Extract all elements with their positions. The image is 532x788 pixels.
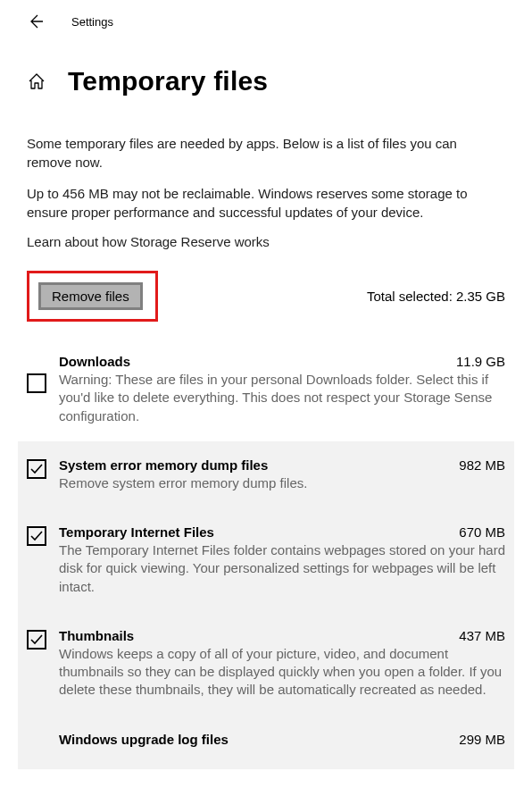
item-size: 437 MB: [459, 628, 505, 643]
list-item: System error memory dump files 982 MB Re…: [18, 441, 514, 508]
item-title: System error memory dump files: [59, 457, 268, 473]
checkbox-temp-internet[interactable]: [27, 526, 46, 546]
item-desc: Windows keeps a copy of all of your pict…: [59, 645, 505, 700]
item-size: 11.9 GB: [456, 354, 505, 369]
title-row: Temporary files: [0, 39, 532, 114]
checkbox-thumbnails[interactable]: [27, 630, 46, 650]
list-item: Thumbnails 437 MB Windows keeps a copy o…: [18, 612, 514, 716]
total-selected-label: Total selected: 2.35 GB: [367, 289, 505, 304]
checkbox-downloads[interactable]: [27, 373, 46, 393]
item-size: 982 MB: [459, 457, 505, 473]
action-row: Remove files Total selected: 2.35 GB: [27, 271, 505, 322]
checkbox-system-error[interactable]: [27, 459, 46, 479]
item-title: Thumbnails: [59, 628, 134, 643]
page-title: Temporary files: [68, 66, 268, 96]
item-desc: Remove system error memory dump files.: [59, 474, 505, 492]
item-size: 299 MB: [459, 732, 505, 747]
header-label: Settings: [71, 15, 113, 29]
intro-text-1: Some temporary files are needed by apps.…: [27, 134, 505, 172]
item-desc: Warning: These are files in your persona…: [59, 371, 505, 425]
item-title: Temporary Internet Files: [59, 524, 214, 540]
item-title: Windows upgrade log files: [59, 732, 229, 747]
content: Some temporary files are needed by apps.…: [0, 114, 532, 769]
list-item: Windows upgrade log files 299 MB: [18, 716, 514, 769]
intro-text-2: Up to 456 MB may not be reclaimable. Win…: [27, 184, 505, 222]
home-icon[interactable]: [27, 71, 46, 91]
item-desc: The Temporary Internet Files folder cont…: [59, 541, 505, 596]
remove-files-button[interactable]: Remove files: [38, 282, 143, 310]
storage-reserve-link[interactable]: Learn about how Storage Reserve works: [27, 234, 505, 249]
file-list: Downloads 11.9 GB Warning: These are fil…: [27, 338, 505, 769]
remove-highlight: Remove files: [27, 271, 158, 322]
back-icon[interactable]: [27, 13, 45, 30]
item-size: 670 MB: [459, 524, 505, 540]
item-title: Downloads: [59, 354, 130, 369]
header-bar: Settings: [0, 0, 532, 39]
list-item: Temporary Internet Files 670 MB The Temp…: [18, 508, 514, 612]
list-item: Downloads 11.9 GB Warning: These are fil…: [18, 338, 514, 441]
